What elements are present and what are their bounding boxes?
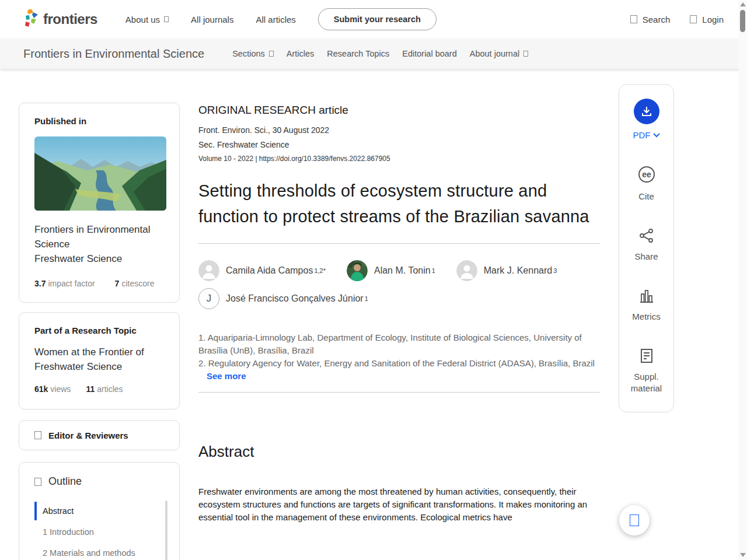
outline-item-materials-methods[interactable]: 2 Materials and methods	[34, 542, 164, 560]
chevron-down-icon	[653, 133, 660, 138]
abstract-heading: Abstract	[198, 443, 600, 461]
cite-quote-icon: ee	[638, 166, 655, 183]
outline-item-abstract[interactable]: Abstract	[34, 501, 164, 522]
article-type: ORIGINAL RESEARCH article	[198, 104, 600, 117]
research-topic-heading: Part of a Research Topic	[34, 326, 164, 335]
nav-about-us[interactable]: About us	[125, 15, 169, 24]
published-in-card: Published in Frontiers in Environmental …	[19, 103, 180, 303]
search-button[interactable]: Search	[630, 15, 671, 24]
author-goncalves[interactable]: J José Francisco Gonçalves Júnior1	[198, 288, 368, 309]
page-scrollbar[interactable]	[738, 0, 747, 560]
journal-nav-about-journal[interactable]: About journal	[470, 49, 528, 58]
nav-all-journals[interactable]: All journals	[191, 15, 233, 24]
author-tonin[interactable]: Alan M. Tonin1	[347, 260, 435, 281]
divider	[198, 392, 600, 393]
outline-scrollbar[interactable]	[165, 501, 167, 560]
article-volume-doi[interactable]: Volume 10 - 2022 | https://doi.org/10.33…	[198, 155, 600, 163]
journal-nav-editorial-board[interactable]: Editorial board	[402, 49, 457, 58]
submit-research-button[interactable]: Submit your research	[318, 8, 437, 30]
user-icon	[690, 15, 697, 23]
login-button[interactable]: Login	[690, 15, 724, 24]
see-more-link[interactable]: See more	[207, 371, 246, 381]
journal-title-link[interactable]: Frontiers in Environmental Science	[23, 47, 204, 61]
chat-fab-button[interactable]	[619, 505, 650, 536]
outline-list: Abstract 1 Introduction 2 Materials and …	[34, 501, 164, 560]
nav-all-articles[interactable]: All articles	[256, 15, 295, 24]
journal-nav-sections[interactable]: Sections	[232, 49, 274, 58]
chevron-down-icon	[269, 51, 274, 57]
divider	[198, 243, 600, 244]
article-main: ORIGINAL RESEARCH article Front. Environ…	[198, 104, 600, 524]
affiliation-2: 2. Regulatory Agency for Water, Energy a…	[198, 357, 600, 383]
avatar-placeholder-icon	[456, 260, 477, 281]
affiliations: 1. Aquariparia-Limnology Lab, Department…	[198, 331, 600, 383]
research-topic-card: Part of a Research Topic Women at the Fr…	[19, 312, 180, 410]
chevron-down-icon	[164, 16, 169, 22]
editor-reviewers-card[interactable]: Editor & Reviewers	[19, 420, 180, 450]
scrollbar-up-arrow[interactable]	[740, 2, 746, 6]
published-journal-name[interactable]: Frontiers in Environmental Science Fresh…	[34, 222, 164, 266]
journal-cover-image[interactable]	[34, 136, 166, 211]
affiliation-1: 1. Aquariparia-Limnology Lab, Department…	[198, 331, 600, 357]
share-button[interactable]: Share	[634, 228, 658, 262]
pdf-menu[interactable]: PDF	[633, 130, 660, 140]
outline-item-introduction[interactable]: 1 Introduction	[34, 522, 164, 542]
scrollbar-thumb[interactable]	[740, 10, 745, 32]
abstract-text: Freshwater environments are among the mo…	[198, 485, 600, 524]
impact-factor-stat: 3.7impact factor	[34, 279, 95, 288]
scrollbar-down-arrow[interactable]	[740, 553, 746, 557]
avatar-photo	[347, 260, 368, 281]
avatar-initial: J	[198, 288, 219, 309]
authors-row: Camila Aida Campos1,2* Alan M. Tonin1	[198, 260, 600, 316]
chat-icon	[630, 514, 639, 526]
outline-card: Outline Abstract 1 Introduction 2 Materi…	[19, 462, 180, 560]
author-kennard[interactable]: Mark J. Kennard3	[456, 260, 557, 281]
frontiers-logo[interactable]: frontiers	[23, 9, 97, 30]
pdf-download-button[interactable]	[634, 99, 659, 124]
citescore-stat: 7citescore	[115, 279, 155, 288]
journal-navbar: Frontiers in Environmental Science Secti…	[0, 38, 747, 69]
topic-articles-stat: 11articles	[86, 384, 123, 394]
brand-name: frontiers	[43, 11, 97, 27]
supplementary-button[interactable]: Suppl. material	[619, 348, 673, 394]
research-topic-title[interactable]: Women at the Frontier of Freshwater Scie…	[34, 345, 164, 374]
article-actions-rail: PDF ee Cite Share Metrics	[619, 84, 674, 412]
share-icon	[639, 228, 654, 243]
download-icon	[640, 105, 653, 118]
top-navbar: frontiers About us All journals All arti…	[0, 0, 747, 38]
author-campos[interactable]: Camila Aida Campos1,2*	[198, 260, 326, 281]
search-icon	[630, 15, 637, 23]
avatar-placeholder-icon	[198, 260, 219, 281]
list-icon	[34, 478, 41, 486]
frontiers-logo-icon	[23, 9, 39, 30]
people-icon	[34, 431, 41, 439]
editor-reviewers-label: Editor & Reviewers	[48, 430, 128, 440]
bar-chart-icon	[639, 288, 654, 303]
outline-heading[interactable]: Outline	[34, 475, 164, 488]
topic-views-stat: 61kviews	[34, 384, 71, 394]
journal-nav-articles[interactable]: Articles	[287, 49, 315, 58]
document-icon	[640, 348, 654, 363]
metrics-button[interactable]: Metrics	[632, 288, 660, 323]
chevron-down-icon	[523, 51, 528, 57]
cite-button[interactable]: ee Cite	[638, 166, 655, 202]
svg-text:ee: ee	[642, 170, 651, 179]
article-section: Sec. Freshwater Science	[198, 140, 600, 149]
journal-nav-research-topics[interactable]: Research Topics	[327, 49, 389, 58]
article-title: Setting thresholds of ecosystem structur…	[198, 178, 600, 229]
published-in-heading: Published in	[34, 116, 164, 126]
article-citation: Front. Environ. Sci., 30 August 2022	[198, 125, 600, 135]
